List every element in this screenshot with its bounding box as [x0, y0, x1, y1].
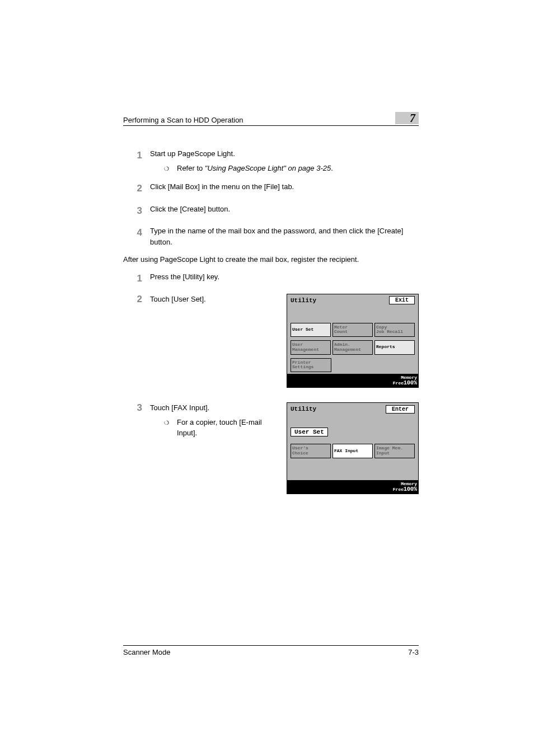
chapter-number: 7	[410, 112, 415, 125]
printer-settings-button[interactable]: Printer Settings	[291, 358, 331, 373]
panel-title: Utility	[291, 297, 389, 304]
meter-count-button[interactable]: Meter Count	[332, 323, 373, 337]
step-number: 3	[123, 204, 150, 218]
fax-input-button[interactable]: FAX Input	[332, 444, 373, 458]
step-text: Click [Mail Box] in the menu on the [Fil…	[150, 181, 419, 196]
running-header: Performing a Scan to HDD Operation	[123, 116, 395, 124]
utility-panel-1: Utility Exit User Set Meter Count Copy J…	[287, 294, 419, 388]
user-management-button[interactable]: User Management	[291, 340, 331, 355]
step-sub-text: Refer to "Using PageScope Light" on page…	[177, 163, 419, 174]
step-sub-text: For a copier, touch [E-mail Input].	[177, 417, 279, 439]
image-mem-input-button[interactable]: Image Mem. Input	[374, 444, 415, 458]
step-number: 4	[123, 226, 150, 247]
sub-bullet-icon	[150, 163, 177, 174]
memory-status: Memory Free100%	[287, 480, 418, 494]
sub-bullet-icon	[150, 417, 177, 439]
exit-button[interactable]: Exit	[389, 296, 415, 304]
paragraph: After using PageScope Light to create th…	[123, 255, 419, 264]
copy-job-recall-button[interactable]: Copy Job Recall	[374, 323, 415, 337]
step-text: Touch [User Set].	[150, 294, 279, 305]
step-text: Touch [FAX Input].	[150, 402, 279, 414]
memory-status: Memory Free100%	[287, 374, 418, 387]
reports-button[interactable]: Reports	[374, 340, 415, 355]
step-number: 1	[123, 148, 150, 173]
footer-page-number: 7-3	[408, 648, 419, 656]
step-text: Press the [Utility] key.	[150, 271, 419, 286]
panel-title: Utility	[291, 406, 386, 412]
breadcrumb: User Set	[291, 428, 328, 436]
utility-panel-2: Utility Enter User Set User's Choice FAX…	[287, 402, 419, 494]
chapter-badge: 7	[395, 112, 419, 124]
enter-button[interactable]: Enter	[386, 405, 415, 414]
users-choice-button[interactable]: User's Choice	[291, 444, 331, 458]
step-number: 1	[123, 271, 150, 286]
user-set-button[interactable]: User Set	[291, 323, 331, 337]
empty-slot	[333, 358, 373, 373]
footer-left: Scanner Mode	[123, 648, 408, 656]
step-text: Type in the name of the mail box and the…	[150, 226, 419, 247]
step-number: 2	[123, 181, 150, 196]
step-number: 3	[123, 402, 150, 439]
step-number: 2	[123, 294, 150, 305]
admin-management-button[interactable]: Admin. Management	[332, 340, 373, 355]
empty-slot	[375, 358, 415, 373]
step-text: Start up PageScope Light.	[150, 148, 419, 159]
step-text: Click the [Create] button.	[150, 204, 419, 218]
